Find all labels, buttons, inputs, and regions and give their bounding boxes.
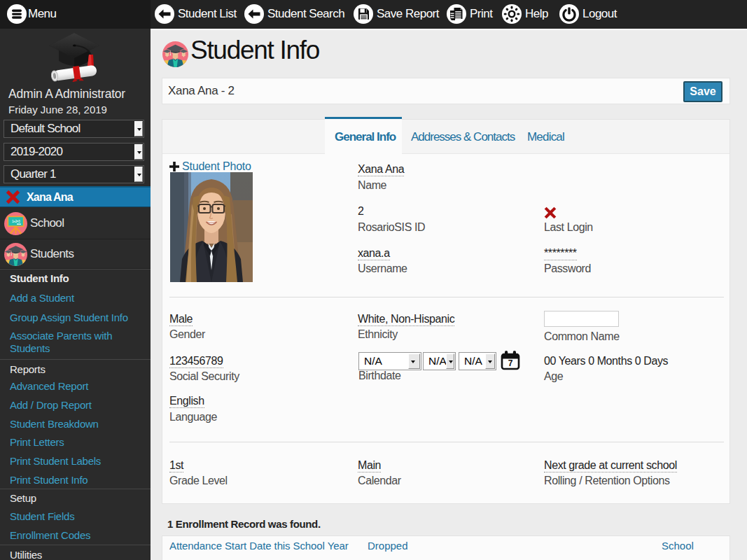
svg-text:7: 7 (508, 358, 513, 368)
svg-text:1+2=3: 1+2=3 (12, 219, 20, 223)
